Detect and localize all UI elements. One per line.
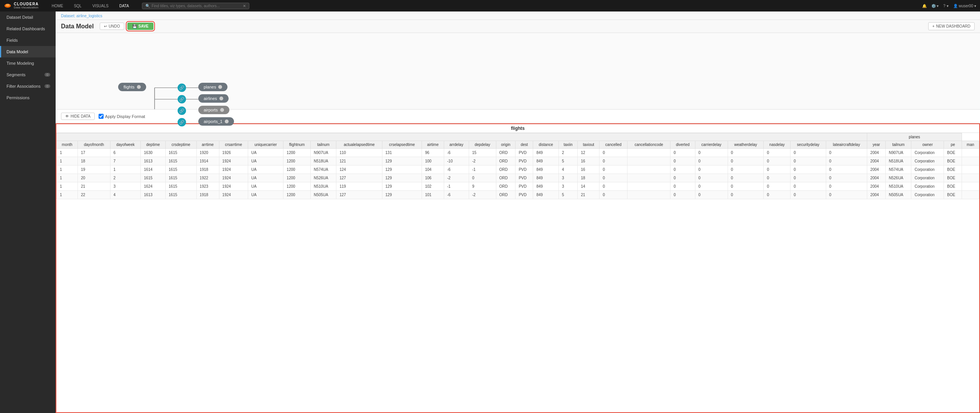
cell-r3c19: 18 [578, 174, 600, 182]
cell-r4c3: 1624 [141, 182, 165, 191]
sidebar-item-permissions[interactable]: Permissions [0, 92, 56, 103]
cell-r0c6: 1926 [219, 149, 248, 157]
cell-r0c13: -6 [444, 149, 469, 157]
notifications-icon[interactable]: 🔔 [922, 4, 927, 8]
sidebar-item-related-dashboards[interactable]: Related Dashboards [0, 23, 56, 34]
main-layout: Dataset Detail Related Dashboards Fields… [0, 11, 980, 413]
display-format-checkbox[interactable] [99, 114, 104, 119]
node-flights[interactable]: flights [118, 83, 146, 91]
node-airports[interactable]: airports [198, 106, 229, 114]
cell-r2c9: N574UA [310, 166, 336, 174]
hide-data-button[interactable]: 👁 HIDE DATA [61, 113, 95, 120]
cell-r5c20: 0 [600, 191, 628, 199]
cell-r5c10: 127 [336, 191, 382, 199]
cell-r1c7: UA [248, 157, 283, 166]
user-menu[interactable]: 👤 wuser00 ▾ [953, 4, 976, 8]
brand-name: CLOUDERA Data Visualization [14, 2, 39, 10]
cell-r5c15: ORD [496, 191, 516, 199]
cell-r0c17: 849 [533, 149, 559, 157]
col-header-uniquecarrier: uniquecarrier [248, 141, 283, 149]
cell-r5c14: -2 [469, 191, 496, 199]
connector-airports[interactable]: 🔗 [178, 107, 186, 115]
cell-r4c17: 849 [533, 182, 559, 191]
nav-visuals[interactable]: VISUALS [91, 4, 110, 8]
settings-icon[interactable]: ⚙️ ▾ [931, 4, 939, 8]
cell-r5c16: PVD [516, 191, 533, 199]
cell-r1c28: 2004 [867, 157, 886, 166]
dataset-name[interactable]: airline_logistics [76, 14, 102, 18]
save-button[interactable]: 💾 SAVE [127, 23, 154, 30]
cell-r4c0: 1 [57, 182, 78, 191]
node-airports-label: airports [204, 108, 218, 112]
data-table-wrapper[interactable]: flights planes monthdayofmonthdayofweekd… [56, 123, 980, 413]
cell-r5c27: 0 [826, 191, 867, 199]
cell-r3c17: 849 [533, 174, 559, 182]
cell-r3c6: 1924 [219, 174, 248, 182]
clear-search-icon[interactable]: ✕ [243, 4, 246, 8]
cell-r4c26: 0 [791, 182, 826, 191]
cell-r5c30: Corporation [911, 191, 944, 199]
node-airlines-label: airlines [204, 96, 217, 101]
search-input[interactable] [152, 4, 241, 8]
nav-sql[interactable]: SQL [72, 4, 83, 8]
cell-r4c31: BOE [944, 182, 962, 191]
cell-r2c2: 1 [110, 166, 140, 174]
cell-r5c3: 1613 [141, 191, 165, 199]
cell-r4c6: 1924 [219, 182, 248, 191]
connector-airports1[interactable]: 🔗 [178, 118, 186, 126]
sidebar-item-dataset-detail[interactable]: Dataset Detail [0, 11, 56, 23]
sidebar-item-data-model[interactable]: Data Model [0, 46, 56, 57]
svg-point-1 [6, 4, 10, 7]
cell-r4c2: 3 [110, 182, 140, 191]
cell-r2c17: 849 [533, 166, 559, 174]
cell-r0c22: 0 [670, 149, 695, 157]
sidebar-item-time-modeling[interactable]: Time Modeling [0, 57, 56, 69]
col-header-nasdelay: nasdelay [764, 141, 791, 149]
sidebar-item-segments[interactable]: Segments 0 [0, 69, 56, 80]
cell-r3c22: 0 [670, 174, 695, 182]
undo-button[interactable]: ↩ UNDO [100, 23, 124, 30]
cell-r2c30: Corporation [911, 166, 944, 174]
cell-r3c9: N526UA [310, 174, 336, 182]
col-header-dayofweek: dayofweek [110, 141, 140, 149]
cell-r4c11: 129 [382, 182, 422, 191]
cell-r5c11: 129 [382, 191, 422, 199]
sidebar-item-filter-associations[interactable]: Filter Associations 0 [0, 80, 56, 92]
node-airports1[interactable]: airports_1 [198, 117, 234, 126]
cell-r2c26: 0 [791, 166, 826, 174]
cell-r0c27: 0 [826, 149, 867, 157]
cell-r3c10: 127 [336, 174, 382, 182]
sidebar: Dataset Detail Related Dashboards Fields… [0, 11, 56, 413]
cell-r0c0: 1 [57, 149, 78, 157]
content-area: Dataset: airline_logistics Data Model ↩ … [56, 11, 980, 413]
nav-home[interactable]: HOME [50, 4, 65, 8]
cell-r3c5: 1922 [196, 174, 219, 182]
cell-r1c13: -10 [444, 157, 469, 166]
cell-r4c25: 0 [764, 182, 791, 191]
new-dashboard-button[interactable]: + NEW DASHBOARD [928, 22, 975, 30]
col-header-taxiin: taxiin [558, 141, 577, 149]
node-airlines[interactable]: airlines [198, 94, 229, 103]
cell-r5c8: 1200 [283, 191, 311, 199]
search-bar[interactable]: 🔍 ✕ [142, 3, 249, 9]
cell-r0c8: 1200 [283, 149, 311, 157]
cell-r2c23: 0 [695, 166, 728, 174]
connector-airlines[interactable]: 🔗 [178, 95, 186, 103]
nav-data[interactable]: DATA [118, 4, 130, 8]
cell-r4c1: 21 [77, 182, 110, 191]
col-header-airtime: airtime [422, 141, 444, 149]
node-planes[interactable]: planes [198, 83, 227, 91]
cell-r5c0: 1 [57, 191, 78, 199]
sidebar-item-fields[interactable]: Fields [0, 34, 56, 46]
cell-r1c25: 0 [764, 157, 791, 166]
cell-r2c22: 0 [670, 166, 695, 174]
col-header-diverted: diverted [670, 141, 695, 149]
col-header-dayofmonth: dayofmonth [77, 141, 110, 149]
help-icon[interactable]: ? ▾ [943, 4, 948, 8]
cell-r1c24: 0 [728, 157, 764, 166]
cell-r5c5: 1918 [196, 191, 219, 199]
cell-r0c32 [962, 149, 979, 157]
display-format-label[interactable]: Apply Display Format [99, 114, 145, 119]
cell-r5c23: 0 [695, 191, 728, 199]
connector-planes[interactable]: 🔗 [178, 84, 186, 92]
